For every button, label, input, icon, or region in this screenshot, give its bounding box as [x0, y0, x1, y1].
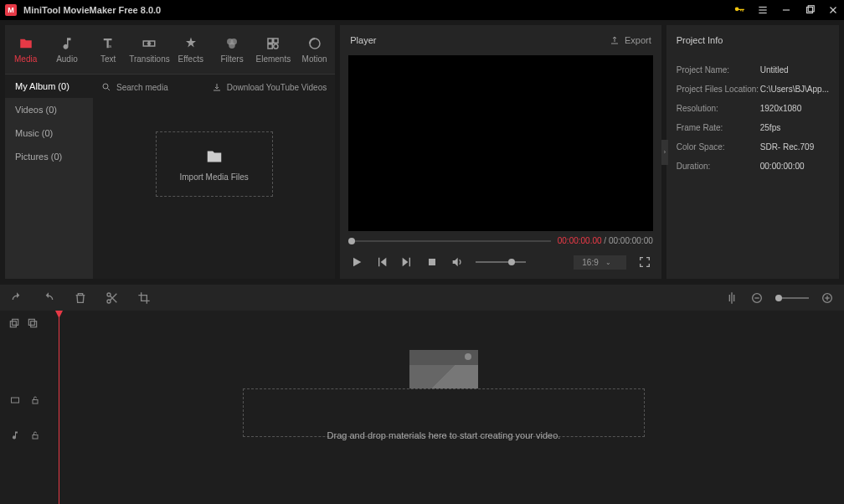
svg-rect-36 [12, 398, 19, 403]
svg-rect-16 [268, 44, 272, 48]
svg-point-13 [229, 42, 235, 49]
drop-hint-text: Drag and drop materials here to start cr… [243, 430, 645, 440]
download-youtube-button[interactable]: Download YouTube Videos [212, 82, 327, 92]
total-time: 00:00:00:00 [609, 236, 653, 245]
player-title: Player [350, 35, 376, 45]
sidebar-item-myalbum[interactable]: My Album (0) [5, 75, 93, 98]
key-icon[interactable] [733, 4, 745, 16]
svg-point-17 [274, 44, 278, 48]
zoom-in-button[interactable] [821, 291, 834, 305]
info-value: Untitled [760, 65, 789, 75]
minimize-button[interactable] [780, 4, 792, 16]
svg-rect-5 [808, 6, 814, 12]
download-icon [212, 82, 222, 92]
player-preview[interactable] [348, 55, 653, 231]
svg-rect-14 [268, 39, 272, 43]
video-track-icon [10, 395, 20, 405]
tab-audio[interactable]: Audio [46, 25, 87, 74]
svg-rect-4 [807, 8, 813, 13]
add-track-after-icon[interactable] [8, 317, 20, 329]
svg-rect-21 [429, 259, 435, 265]
info-label: Resolution: [677, 104, 760, 113]
zoom-out-button[interactable] [750, 291, 764, 305]
tab-elements[interactable]: Elements [253, 25, 294, 74]
main-tabs: Media Audio a Text Transitions Effects F… [5, 25, 335, 74]
redo-button[interactable] [42, 291, 55, 305]
transitions-icon [142, 36, 157, 51]
sidebar-item-pictures[interactable]: Pictures (0) [5, 145, 93, 168]
next-frame-button[interactable] [400, 255, 414, 269]
split-button[interactable] [106, 291, 119, 305]
close-button[interactable] [827, 4, 839, 16]
export-button[interactable]: Export [610, 35, 651, 45]
motion-icon [307, 36, 322, 51]
tab-text[interactable]: a Text [88, 25, 129, 74]
tab-media[interactable]: Media [5, 25, 46, 74]
zoom-slider[interactable] [775, 297, 809, 299]
prev-frame-button[interactable] [375, 255, 389, 269]
app-logo: M [5, 4, 17, 16]
tab-filters[interactable]: Filters [211, 25, 252, 74]
timeline-area[interactable]: Drag and drop materials here to start cr… [50, 311, 844, 504]
add-track-before-icon[interactable] [27, 317, 39, 329]
search-media-button[interactable]: Search media [101, 82, 168, 92]
search-label: Search media [116, 83, 168, 92]
info-value: 25fps [760, 123, 780, 132]
info-label: Duration: [677, 162, 760, 171]
effects-icon [183, 36, 198, 51]
chevron-down-icon: ⌄ [605, 259, 611, 266]
export-icon [610, 35, 620, 45]
svg-rect-32 [10, 321, 16, 327]
lock-icon[interactable] [30, 430, 40, 440]
menu-icon[interactable] [757, 4, 769, 16]
player-header: Player Export [340, 25, 661, 55]
volume-slider[interactable] [476, 261, 526, 263]
audio-adjust-icon[interactable] [725, 291, 738, 305]
svg-rect-34 [31, 321, 37, 327]
tab-motion[interactable]: Motion [294, 25, 335, 74]
svg-rect-38 [33, 435, 38, 440]
project-info-header: Project Info [666, 25, 839, 55]
svg-text:a: a [109, 44, 112, 49]
fullscreen-button[interactable] [638, 255, 651, 269]
crop-button[interactable] [137, 291, 151, 305]
info-label: Project Name: [677, 65, 760, 75]
svg-rect-15 [274, 39, 278, 43]
export-label: Export [625, 35, 651, 45]
text-icon: a [100, 36, 116, 51]
project-info-list: Project Name:Untitled Project Files Loca… [666, 55, 839, 181]
maximize-button[interactable] [804, 4, 816, 16]
info-value: SDR- Rec.709 [760, 142, 814, 152]
import-media-button[interactable]: Import Media Files [156, 131, 273, 197]
info-label: Frame Rate: [677, 123, 760, 132]
audio-track-icon [10, 430, 20, 440]
tab-effects[interactable]: Effects [170, 25, 211, 74]
playhead[interactable] [59, 311, 59, 504]
stop-button[interactable] [425, 255, 439, 269]
delete-button[interactable] [74, 291, 87, 305]
svg-rect-33 [13, 319, 18, 325]
info-value: 1920x1080 [760, 104, 802, 113]
sidebar-item-videos[interactable]: Videos (0) [5, 98, 93, 121]
tab-transitions[interactable]: Transitions [129, 25, 170, 74]
music-note-icon [59, 36, 75, 51]
app-title: MiniTool MovieMaker Free 8.0.0 [23, 5, 161, 15]
collapse-panel-button[interactable]: › [661, 140, 668, 165]
sidebar-item-music[interactable]: Music (0) [5, 121, 93, 145]
svg-rect-35 [28, 319, 34, 325]
play-button[interactable] [350, 255, 363, 269]
lock-icon[interactable] [30, 395, 40, 405]
volume-button[interactable] [450, 255, 464, 269]
filters-icon [224, 36, 239, 51]
undo-button[interactable] [10, 291, 23, 305]
info-label: Color Space: [677, 142, 760, 152]
elements-icon [265, 36, 280, 51]
placeholder-image-icon [409, 350, 478, 388]
svg-line-20 [108, 89, 111, 91]
player-seek-bar[interactable] [348, 240, 551, 242]
current-time: 00:00:00.00 [558, 236, 602, 245]
svg-rect-37 [33, 400, 38, 404]
player-time: 00:00:00.00 / 00:00:00:00 [558, 236, 653, 245]
info-value: 00:00:00:00 [760, 162, 805, 171]
aspect-ratio-select[interactable]: 16:9 ⌄ [574, 255, 625, 270]
